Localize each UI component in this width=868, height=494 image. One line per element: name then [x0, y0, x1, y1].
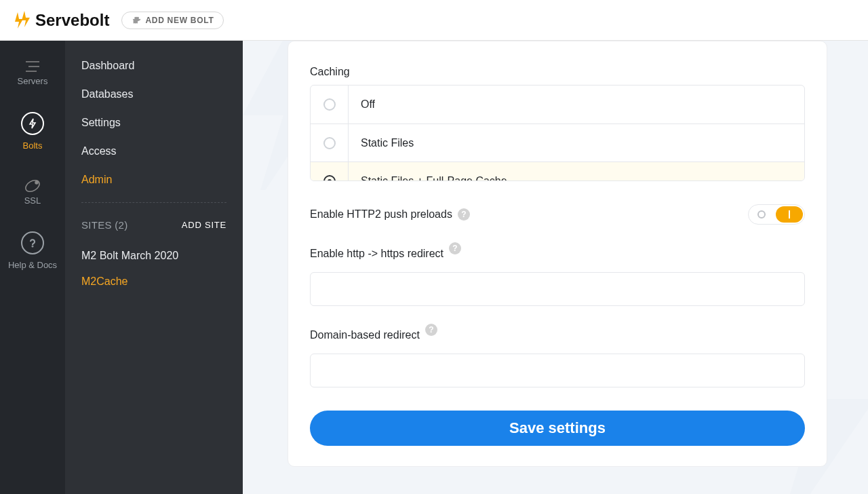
- caching-option-off[interactable]: Off: [311, 86, 804, 124]
- nav-divider: [81, 202, 226, 203]
- help-icon[interactable]: ?: [425, 324, 437, 336]
- radio-icon: [323, 98, 336, 111]
- svg-point-5: [33, 246, 33, 247]
- caching-static-label: Static Files: [349, 124, 414, 162]
- bolts-icon: [27, 118, 38, 129]
- https-redirect-input[interactable]: [310, 272, 805, 306]
- logo[interactable]: Servebolt: [14, 11, 109, 30]
- toggle-off-icon: [754, 207, 769, 222]
- caching-label: Caching: [310, 66, 805, 78]
- rail-item-bolts[interactable]: Bolts: [21, 112, 44, 151]
- help-icon[interactable]: ?: [449, 242, 461, 254]
- rail-servers-label: Servers: [18, 76, 48, 86]
- http2-toggle[interactable]: [748, 204, 805, 225]
- toggle-on-icon: [776, 206, 803, 223]
- add-new-bolt-button[interactable]: ADD NEW BOLT: [121, 12, 224, 29]
- add-new-bolt-label: ADD NEW BOLT: [145, 16, 214, 25]
- sites-header: SITES (2): [81, 219, 128, 231]
- http2-label: Enable HTTP2 push preloads: [310, 208, 452, 221]
- save-settings-button[interactable]: Save settings: [310, 411, 805, 446]
- brand-name: Servebolt: [35, 11, 109, 30]
- caching-option-static[interactable]: Static Files: [311, 124, 804, 162]
- domain-redirect-label: Domain-based redirect: [310, 329, 420, 341]
- rail-item-ssl[interactable]: SSL: [23, 176, 42, 206]
- help-icon: [27, 238, 38, 248]
- rail-bolts-label: Bolts: [23, 140, 43, 151]
- domain-redirect-input[interactable]: [310, 354, 805, 387]
- gear-icon: [132, 16, 141, 25]
- site-item-1[interactable]: M2 Bolt March 2020: [81, 250, 226, 262]
- nav-settings[interactable]: Settings: [81, 117, 226, 129]
- nav-databases[interactable]: Databases: [81, 88, 226, 100]
- servers-icon: [23, 57, 42, 76]
- site-item-2[interactable]: M2Cache: [81, 276, 226, 288]
- rail-item-help[interactable]: Help & Docs: [8, 231, 57, 270]
- https-redirect-label: Enable http -> https redirect: [310, 248, 443, 260]
- radio-icon: [323, 175, 336, 182]
- nav-access[interactable]: Access: [81, 145, 226, 157]
- svg-point-4: [35, 181, 38, 184]
- ssl-icon: [23, 176, 42, 195]
- settings-card: Caching Off Static Files Static Files + …: [288, 41, 827, 467]
- caching-full-label: Static Files + Full-Page Cache: [349, 162, 507, 181]
- caching-option-full[interactable]: Static Files + Full-Page Cache: [311, 162, 804, 181]
- rail-help-label: Help & Docs: [8, 260, 57, 270]
- nav-admin[interactable]: Admin: [81, 174, 226, 186]
- caching-radio-group: Off Static Files Static Files + Full-Pag…: [310, 85, 805, 181]
- rail-ssl-label: SSL: [24, 195, 41, 206]
- logo-icon: [14, 11, 30, 30]
- svg-point-3: [24, 178, 41, 193]
- help-icon[interactable]: ?: [458, 208, 470, 221]
- caching-off-label: Off: [349, 86, 375, 124]
- add-site-button[interactable]: ADD SITE: [182, 220, 226, 230]
- rail-item-servers[interactable]: Servers: [18, 57, 48, 86]
- radio-icon: [323, 137, 336, 149]
- nav-dashboard[interactable]: Dashboard: [81, 60, 226, 72]
